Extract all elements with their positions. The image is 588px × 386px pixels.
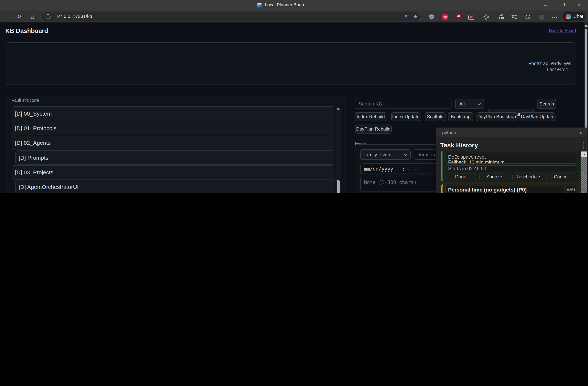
kb-dashboard-page: KB Dashboard Back to Board Bootstrap rea… xyxy=(0,22,588,193)
vault-item-00-system[interactable]: [D] 00_System xyxy=(12,106,335,120)
card-steps-box: DoD: space reset Fallback: 10 min minimu… xyxy=(445,154,576,164)
profile-avatar[interactable] xyxy=(538,14,545,21)
index-update-button[interactable]: Index Update xyxy=(391,112,420,121)
history-card-partial: DoD: space reset Fallback: 10 min minimu… xyxy=(441,151,580,182)
scroll-up-icon[interactable] xyxy=(585,24,588,26)
search-filter-select[interactable]: All xyxy=(455,99,484,109)
history-card-251: Personal time (no gadgets) (P0) #251 15:… xyxy=(441,184,580,193)
chevron-down-icon xyxy=(478,102,481,105)
card-starts: Starts in 02:46:50 xyxy=(445,165,576,171)
reload-button[interactable]: ↻ xyxy=(15,10,23,22)
panel-scrollbar[interactable] xyxy=(581,151,587,193)
video-capture-icon[interactable] xyxy=(468,14,475,21)
address-bar[interactable]: i 127.0.0.1:7331/kb A⁾ ★ xyxy=(41,12,422,21)
vault-scrollbar-thumb[interactable] xyxy=(337,180,340,193)
tab-favicon-icon xyxy=(257,2,262,7)
site-info-icon[interactable]: i xyxy=(46,14,50,19)
bootstrap-status: Bootstrap ready: yes xyxy=(528,61,571,66)
window-restore-button[interactable] xyxy=(555,0,570,10)
window-close-button[interactable]: ✕ xyxy=(572,0,587,10)
done-button[interactable]: Done xyxy=(445,173,476,180)
copilot-chat-button[interactable]: Chat xyxy=(563,12,585,21)
vault-item-agentorchestratorui[interactable]: [D] AgentOrchestratorUI xyxy=(15,180,335,193)
dayplan-update-button[interactable]: DayPlan Update xyxy=(520,112,555,121)
python-close-button[interactable]: x xyxy=(580,130,582,135)
media-music-icon[interactable] xyxy=(498,13,504,20)
status-panel: Bootstrap ready: yes Last error: - xyxy=(6,42,576,85)
back-to-board-link[interactable]: Back to Board xyxy=(549,28,576,33)
history-icon[interactable] xyxy=(525,13,531,20)
toolbar-divider xyxy=(493,14,493,20)
browser-tab[interactable]: Local Planner Board xyxy=(257,2,306,7)
card-id: #251 xyxy=(566,186,576,193)
vault-structure-card: Vault structure [D] 00_System [D] 01_Pro… xyxy=(6,95,346,193)
read-aloud-icon[interactable]: A⁾ xyxy=(404,14,409,19)
vault-structure-label: Vault structure xyxy=(12,98,39,103)
scaffold-button[interactable]: Scaffold xyxy=(425,112,445,121)
browser-titlebar: Local Planner Board – ✕ xyxy=(0,0,588,10)
chevron-down-icon xyxy=(404,153,407,156)
screen: Local Planner Board – ✕ → ↻ ⌂ i 127.0.0.… xyxy=(0,0,588,193)
forward-button[interactable]: → xyxy=(3,10,11,22)
card-fallback: Fallback: 10 min minimum xyxy=(448,160,574,164)
scroll-up-icon[interactable] xyxy=(336,107,339,109)
vault-item-02-agents[interactable]: [D] 02_Agents xyxy=(12,136,335,150)
card-dod: DoD: space reset xyxy=(448,154,574,160)
dayplan-bootstrap-button[interactable]: DayPlan Bootstrap xyxy=(477,112,517,121)
index-rebuild-button[interactable]: Index Rebuild xyxy=(355,112,386,121)
header-divider xyxy=(0,38,588,38)
dayplan-rebuild-button[interactable]: DayPlan Rebuild xyxy=(355,125,392,133)
search-button[interactable]: Search xyxy=(537,99,556,109)
shield-extension-icon[interactable] xyxy=(428,13,435,20)
python-window-title: python xyxy=(442,130,456,135)
vault-item-01-protocols[interactable]: [D] 01_Protocols xyxy=(12,121,335,135)
tab-title: Local Planner Board xyxy=(265,2,306,7)
favorite-star-icon[interactable]: ★ xyxy=(413,13,418,20)
search-input[interactable] xyxy=(355,99,451,109)
vault-item-prompts[interactable]: [D] Prompts xyxy=(15,150,335,165)
last-error-status: Last error: - xyxy=(528,66,571,73)
vault-tree: [D] 00_System [D] 01_Protocols [D] 02_Ag… xyxy=(12,106,335,193)
page-title: KB Dashboard xyxy=(5,27,48,34)
window-minimize-button[interactable]: – xyxy=(538,0,553,10)
collections-star-icon[interactable] xyxy=(511,13,518,20)
vault-item-03-projects[interactable]: [D] 03_Projects xyxy=(12,165,335,179)
ublock-origin-icon[interactable]: uO xyxy=(455,13,462,20)
reschedule-button[interactable]: Reschedule xyxy=(512,173,543,180)
bootstrap-button[interactable]: Bootstrap xyxy=(448,112,473,121)
url-text: 127.0.0.1:7331/kb xyxy=(55,14,92,19)
adblock-plus-icon[interactable]: ABP xyxy=(442,13,448,20)
extensions-puzzle-icon[interactable] xyxy=(483,13,489,20)
card-title: Personal time (no gadgets) (P0) xyxy=(445,186,565,193)
task-history-list: DoD: space reset Fallback: 10 min minimu… xyxy=(441,151,580,193)
cancel-button[interactable]: Cancel xyxy=(546,173,576,180)
snooze-button[interactable]: Snooze xyxy=(479,173,509,180)
python-window-titlebar[interactable]: python x xyxy=(436,128,587,137)
task-history-minimize-button[interactable]: – xyxy=(576,142,584,149)
restore-icon xyxy=(561,3,564,7)
event-type-select[interactable]: family_event xyxy=(360,149,411,160)
scroll-up-icon[interactable] xyxy=(581,151,587,157)
task-history-heading: Task History xyxy=(440,142,478,149)
home-button[interactable]: ⌂ xyxy=(28,10,37,22)
python-task-history-window: python x Task History – DoD: space reset… xyxy=(436,128,587,193)
settings-more-icon[interactable]: ··· xyxy=(551,13,558,20)
copilot-logo-icon xyxy=(566,14,571,19)
